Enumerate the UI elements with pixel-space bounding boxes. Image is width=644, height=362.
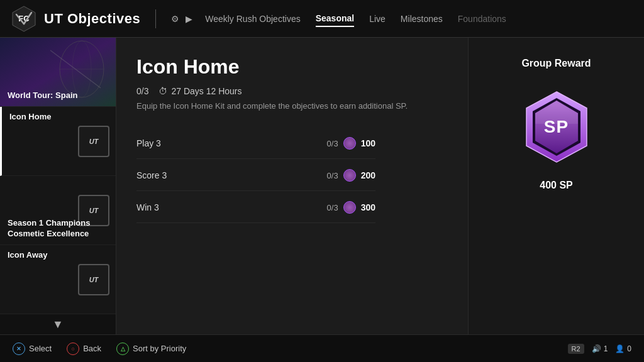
objective-name-0: Play 3 bbox=[136, 138, 161, 148]
users-value: 0 bbox=[627, 344, 631, 353]
sidebar: World Tour: Spain Icon Home UT Season 1 … bbox=[0, 38, 116, 362]
app-logo: FC bbox=[10, 5, 38, 33]
sp-hexagon: SP bbox=[519, 89, 594, 165]
objective-progress-1: 0/3 bbox=[327, 171, 338, 180]
logo-area: FC UT Objectives bbox=[10, 5, 140, 33]
sp-icon-1 bbox=[343, 169, 356, 182]
content-title: Icon Home bbox=[136, 55, 448, 79]
sp-hexagon-container: SP bbox=[519, 89, 594, 165]
ut-badge-home: UT bbox=[78, 126, 109, 157]
o-button-icon: ○ bbox=[67, 343, 79, 355]
season1-label: Season 1 Champions Cosmetic Excellence bbox=[8, 218, 116, 239]
footer-right: R2 🔊 1 👤 0 bbox=[568, 344, 631, 354]
sp-icon-2 bbox=[343, 201, 356, 214]
objective-points-0: 100 bbox=[361, 138, 375, 148]
objective-progress-0: 0/3 bbox=[327, 139, 338, 148]
objective-row-1: Score 3 0/3 200 bbox=[136, 160, 375, 191]
objective-row-2: Win 3 0/3 300 bbox=[136, 192, 375, 223]
select-label: Select bbox=[29, 344, 52, 353]
select-button[interactable]: ✕ Select bbox=[13, 343, 52, 355]
sort-label: Sort by Priority bbox=[133, 344, 186, 353]
sp-icon-0 bbox=[343, 137, 356, 150]
objective-name-1: Score 3 bbox=[136, 170, 167, 180]
world-tour-label: World Tour: Spain bbox=[8, 90, 77, 101]
icon-away-label: Icon Away bbox=[8, 250, 48, 261]
objective-progress-2: 0/3 bbox=[327, 203, 338, 212]
objective-reward-0: 0/3 100 bbox=[327, 137, 375, 150]
volume-icon: 🔊 bbox=[592, 344, 601, 353]
reward-amount: 400 SP bbox=[540, 180, 572, 191]
notification-icon: ⚙ bbox=[171, 14, 179, 24]
content-meta: 0/3 ⏱ 27 Days 12 Hours bbox=[136, 86, 448, 96]
tab-live[interactable]: Live bbox=[369, 11, 386, 26]
objective-row-0: Play 3 0/3 100 bbox=[136, 128, 375, 159]
group-reward-title: Group Reward bbox=[521, 58, 591, 69]
content-progress: 0/3 bbox=[136, 86, 148, 96]
main-layout: World Tour: Spain Icon Home UT Season 1 … bbox=[0, 38, 644, 362]
icon-home-label: Icon Home bbox=[9, 112, 51, 123]
sp-label: SP bbox=[544, 117, 569, 137]
scroll-down-arrow[interactable]: ▼ bbox=[0, 314, 116, 335]
timer-icon: ⏱ bbox=[158, 86, 167, 96]
x-button-icon: ✕ bbox=[13, 343, 25, 355]
app-title: UT Objectives bbox=[44, 11, 140, 27]
ut-badge-away: UT bbox=[78, 264, 109, 295]
footer: ✕ Select ○ Back △ Sort by Priority R2 🔊 … bbox=[0, 334, 644, 362]
right-panel: Group Reward bbox=[468, 38, 644, 362]
volume-stat: 🔊 1 bbox=[592, 344, 608, 353]
timer: ⏱ 27 Days 12 Hours bbox=[158, 86, 242, 96]
objective-name-2: Win 3 bbox=[136, 202, 159, 212]
header-divider bbox=[155, 9, 156, 28]
header-icons: ⚙ ▶ bbox=[171, 14, 192, 24]
tri-button-icon: △ bbox=[116, 343, 129, 355]
users-icon: 👤 bbox=[615, 344, 625, 353]
volume-value: 1 bbox=[604, 344, 608, 353]
content-area: Icon Home 0/3 ⏱ 27 Days 12 Hours Equip t… bbox=[116, 38, 468, 362]
objectives-list: Play 3 0/3 100 Score 3 0/3 200 Win 3 bbox=[136, 128, 375, 223]
sidebar-item-icon-home[interactable]: Icon Home UT bbox=[0, 107, 116, 176]
back-label: Back bbox=[83, 344, 101, 353]
tab-milestones[interactable]: Milestones bbox=[401, 11, 443, 26]
header: FC UT Objectives ⚙ ▶ Weekly Rush Objecti… bbox=[0, 0, 644, 38]
objective-points-2: 300 bbox=[361, 202, 375, 212]
back-button[interactable]: ○ Back bbox=[67, 343, 101, 355]
users-stat: 👤 0 bbox=[615, 344, 631, 353]
timer-text: 27 Days 12 Hours bbox=[171, 86, 242, 96]
objective-reward-1: 0/3 200 bbox=[327, 169, 375, 182]
objective-points-1: 200 bbox=[361, 170, 375, 180]
content-description: Equip the Icon Home Kit and complete the… bbox=[136, 101, 448, 111]
sidebar-item-icon-away[interactable]: Icon Away UT bbox=[0, 245, 116, 314]
r2-badge: R2 bbox=[568, 344, 584, 354]
sidebar-item-season1[interactable]: Season 1 Champions Cosmetic Excellence U… bbox=[0, 176, 116, 245]
tab-seasonal[interactable]: Seasonal bbox=[316, 11, 354, 27]
sort-button[interactable]: △ Sort by Priority bbox=[116, 343, 186, 355]
tab-weekly-rush[interactable]: Weekly Rush Objectives bbox=[205, 11, 300, 26]
tab-foundations: Foundations bbox=[458, 11, 506, 26]
sidebar-item-world-tour[interactable]: World Tour: Spain bbox=[0, 38, 116, 107]
nav-tabs: Weekly Rush Objectives Seasonal Live Mil… bbox=[205, 11, 506, 27]
objective-reward-2: 0/3 300 bbox=[327, 201, 375, 214]
media-icon: ▶ bbox=[186, 14, 192, 24]
